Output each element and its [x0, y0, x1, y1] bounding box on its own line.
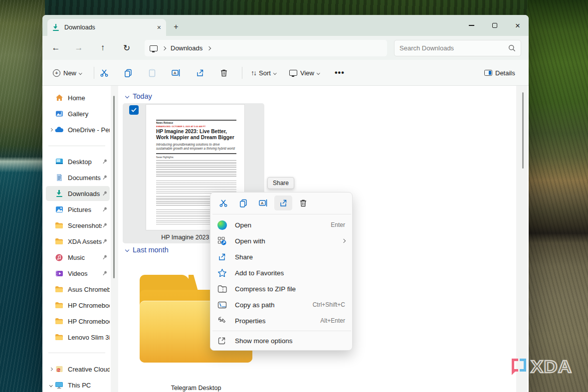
share-icon	[217, 252, 230, 261]
sidebar-item-music[interactable]: Music	[46, 250, 110, 265]
rename-button[interactable]: A	[168, 67, 184, 79]
sidebar-item-asus-chromebook[interactable]: Asus Chromebo	[46, 282, 110, 297]
menu-item-compress-zip[interactable]: Compress to ZIP file	[213, 281, 351, 297]
share-button[interactable]	[274, 196, 292, 210]
search-input[interactable]	[399, 44, 508, 52]
selection-checkbox[interactable]	[129, 105, 139, 115]
copy-button[interactable]	[120, 67, 136, 79]
forward-button[interactable]: →	[71, 41, 86, 55]
sidebar-item-this-pc[interactable]: This PC	[46, 378, 110, 392]
breadcrumb-downloads[interactable]: Downloads	[171, 44, 202, 52]
folder-icon	[55, 221, 63, 230]
trash-icon	[299, 198, 308, 207]
doc-embargo: EMBARGOED: OCTOBER 5, 2023 AT 5:00 AM PT	[156, 125, 214, 127]
sidebar-item-downloads[interactable]: Downloads	[46, 186, 110, 201]
sidebar-item-onedrive[interactable]: OneDrive - Pers	[46, 122, 110, 137]
creative-cloud-folder-icon: Cc	[55, 365, 63, 374]
content-scrollbar-thumb[interactable]	[522, 92, 524, 169]
collapse-chevron-icon[interactable]	[47, 384, 55, 387]
pin-icon	[102, 175, 109, 181]
sidebar-item-screenshots[interactable]: Screenshots	[46, 218, 110, 233]
view-button[interactable]: View	[285, 65, 323, 81]
menu-item-add-to-favorites[interactable]: Add to Favorites	[213, 265, 351, 281]
new-button[interactable]: + New	[49, 65, 86, 81]
sidebar-item-desktop[interactable]: Desktop	[46, 154, 110, 169]
doc-subtitle: Introducing groundbreaking solutions to …	[156, 143, 236, 151]
sidebar-item-creative-cloud[interactable]: Cc Creative Cloud F	[46, 362, 110, 377]
delete-button[interactable]	[294, 196, 312, 210]
sidebar-item-xda-assets[interactable]: XDA Assets	[46, 234, 110, 249]
tab-title: Downloads	[64, 24, 152, 31]
show-more-icon	[217, 337, 230, 345]
up-button[interactable]: ↑	[95, 41, 110, 55]
sidebar-item-pictures[interactable]: Pictures	[46, 202, 110, 217]
chevron-down-icon	[317, 71, 320, 74]
command-toolbar: + New	[42, 60, 529, 86]
chevron-right-icon	[162, 46, 166, 50]
pictures-icon	[55, 205, 63, 214]
share-button[interactable]	[192, 67, 208, 79]
file-explorer-window: Downloads × + × ← → ↑ ↻ Downloads	[42, 15, 529, 392]
cut-button[interactable]	[96, 67, 112, 79]
maximize-button[interactable]	[487, 19, 502, 31]
expand-chevron-icon[interactable]	[47, 368, 55, 371]
sidebar-item-hp-chromebook-2[interactable]: HP Chromeboo	[46, 314, 110, 329]
this-pc-icon	[150, 45, 158, 51]
close-button[interactable]: ×	[510, 19, 525, 31]
doc-highlights-label: News Highlights:	[156, 156, 220, 159]
more-options-button[interactable]: •••	[331, 65, 349, 81]
details-pane-icon	[484, 70, 492, 76]
sort-button[interactable]: ↑↓ Sort	[247, 65, 280, 81]
group-header-last-month[interactable]: Last month	[126, 246, 169, 254]
paste-button[interactable]	[144, 67, 160, 79]
sidebar-scrollbar-thumb[interactable]	[113, 96, 115, 278]
sidebar-item-hp-chromebook-1[interactable]: HP Chromeboo	[46, 298, 110, 313]
cut-button[interactable]	[214, 196, 232, 210]
share-icon	[196, 68, 204, 77]
minimize-button[interactable]	[464, 19, 479, 31]
doc-text-block	[156, 160, 236, 178]
copy-path-icon	[217, 301, 230, 309]
menu-item-open-with[interactable]: Open with	[213, 233, 351, 249]
new-tab-button[interactable]: +	[171, 22, 181, 32]
sidebar-item-lenovo-slim[interactable]: Lenovo Slim 3i C	[46, 330, 110, 345]
refresh-button[interactable]: ↻	[119, 41, 134, 55]
pin-icon	[102, 270, 109, 276]
toolbar-separator	[94, 67, 94, 79]
sidebar-item-documents[interactable]: Documents	[46, 170, 110, 185]
menu-item-show-more-options[interactable]: Show more options	[213, 333, 351, 349]
videos-icon	[55, 269, 63, 278]
expand-chevron-icon[interactable]	[47, 129, 55, 131]
open-with-icon	[217, 236, 230, 246]
details-pane-button[interactable]: Details	[480, 65, 519, 81]
share-tooltip: Share	[267, 177, 294, 189]
navigation-bar: ← → ↑ ↻ Downloads	[42, 36, 529, 60]
chevron-down-icon	[79, 71, 82, 74]
menu-item-share[interactable]: Share	[213, 249, 351, 265]
breadcrumb[interactable]: Downloads	[145, 40, 387, 56]
sidebar-scrollbar-track[interactable]	[111, 86, 118, 392]
menu-item-open[interactable]: Open Enter	[213, 217, 351, 233]
search-box[interactable]	[394, 40, 521, 56]
close-tab-icon[interactable]: ×	[157, 24, 161, 31]
sidebar-item-videos[interactable]: Videos	[46, 266, 110, 281]
group-header-today[interactable]: Today	[126, 92, 152, 100]
folder-icon	[55, 285, 63, 294]
titlebar[interactable]: Downloads × + ×	[42, 15, 529, 36]
menu-item-properties[interactable]: Properties Alt+Enter	[213, 313, 351, 329]
sidebar-item-home[interactable]: Home	[46, 90, 110, 105]
copy-button[interactable]	[234, 196, 252, 210]
sort-icon: ↑↓	[251, 69, 256, 77]
sidebar-item-gallery[interactable]: Gallery	[46, 106, 110, 121]
back-button[interactable]: ←	[48, 41, 63, 55]
rename-button[interactable]: A	[254, 196, 272, 210]
wrench-icon	[217, 316, 230, 325]
delete-button[interactable]	[216, 67, 232, 79]
onedrive-cloud-icon	[55, 126, 63, 134]
content-scrollbar-track[interactable]	[516, 86, 527, 392]
submenu-chevron-icon	[342, 239, 346, 243]
doc-kicker: News Release	[156, 122, 224, 124]
menu-item-copy-as-path[interactable]: Copy as path Ctrl+Shift+C	[213, 297, 351, 313]
pin-icon	[102, 222, 109, 228]
tab-downloads[interactable]: Downloads ×	[47, 19, 166, 36]
